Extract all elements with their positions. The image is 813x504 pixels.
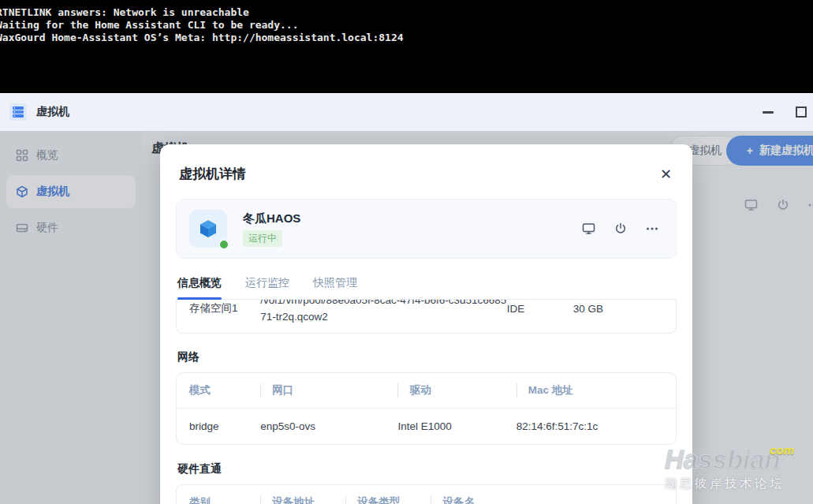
window-title: 虚拟机 xyxy=(36,105,69,119)
tab-info-overview[interactable]: 信息概览 xyxy=(177,276,222,299)
monitor-icon[interactable] xyxy=(582,222,595,235)
net-mode: bridge xyxy=(189,420,260,432)
vm-summary-card: 冬瓜HAOS 运行中 xyxy=(176,199,677,259)
column-header: 设备名 xyxy=(431,495,662,504)
column-header: 网口 xyxy=(260,383,397,398)
vm-avatar xyxy=(189,210,227,248)
passthrough-table-header: 类别 设备地址 设备类型 设备名 xyxy=(177,485,676,504)
vm-name: 冬瓜HAOS xyxy=(243,211,582,226)
tab-monitoring[interactable]: 运行监控 xyxy=(245,276,289,299)
tab-snapshots[interactable]: 快照管理 xyxy=(313,276,357,299)
column-header: 类别 xyxy=(189,495,260,504)
net-port: enp5s0-ovs xyxy=(260,420,397,432)
console-button xyxy=(582,222,595,235)
server-stack-icon xyxy=(9,103,27,121)
passthrough-section-title: 硬件直通 xyxy=(176,462,677,476)
maximize-button[interactable] xyxy=(796,106,807,118)
vm-detail-modal: 虚拟机详情 ✕ 冬瓜HAOS 运行中 xyxy=(160,144,692,504)
column-header: 驱动 xyxy=(397,383,516,398)
detail-tabs: 信息概览 运行监控 快照管理 xyxy=(176,276,677,300)
scrolled-storage-section: 存储空间1 /vol1/vm/pool/88e0a05f-8cac-47f4-b… xyxy=(176,300,677,336)
titlebar: 虚拟机 xyxy=(0,93,813,131)
window-content: 概览 虚拟机 硬件 虚拟机 虚拟机 xyxy=(0,131,813,504)
passthrough-table: 类别 设备地址 设备类型 设备名 xyxy=(176,484,677,504)
terminal-output: RTNETLINK answers: Network is unreachabl… xyxy=(0,0,813,93)
storage-size: 30 GB xyxy=(573,303,663,315)
network-table-header: 模式 网口 驱动 Mac 地址 xyxy=(177,373,676,409)
table-row: bridge enp5s0-ovs Intel E1000 82:14:6f:5… xyxy=(177,409,676,444)
net-mac: 82:14:6f:51:7c:1c xyxy=(517,420,663,432)
app-window: 虚拟机 概览 虚拟机 xyxy=(0,93,813,504)
minimize-button[interactable] xyxy=(763,111,774,114)
more-actions-button xyxy=(646,222,658,235)
ellipsis-icon[interactable] xyxy=(646,222,658,235)
terminal-line: RTNETLINK answers: Network is unreachabl… xyxy=(0,6,813,44)
column-header: 设备地址 xyxy=(260,495,345,504)
storage-bus: IDE xyxy=(507,303,573,315)
status-dot xyxy=(218,239,229,250)
close-icon[interactable]: ✕ xyxy=(658,166,673,183)
vm-cube-icon xyxy=(197,218,219,240)
storage-path: /vol1/vm/pool/88e0a05f-8cac-47f4-b6f6-c3… xyxy=(260,300,506,323)
modal-title: 虚拟机详情 xyxy=(179,165,246,183)
network-section-title: 网络 xyxy=(176,350,677,364)
column-header: 设备类型 xyxy=(345,495,431,504)
storage-name: 存储空间1 xyxy=(189,301,260,315)
storage-table: 存储空间1 /vol1/vm/pool/88e0a05f-8cac-47f4-b… xyxy=(176,300,677,334)
power-button xyxy=(614,222,627,235)
network-table: 模式 网口 驱动 Mac 地址 bridge enp5s0-ovs Intel … xyxy=(176,372,677,445)
table-row: 存储空间1 /vol1/vm/pool/88e0a05f-8cac-47f4-b… xyxy=(177,300,676,333)
power-icon[interactable] xyxy=(614,222,627,235)
column-header: 模式 xyxy=(189,383,260,398)
status-badge: 运行中 xyxy=(243,230,282,247)
net-driver: Intel E1000 xyxy=(397,420,516,432)
column-header: Mac 地址 xyxy=(517,383,663,398)
